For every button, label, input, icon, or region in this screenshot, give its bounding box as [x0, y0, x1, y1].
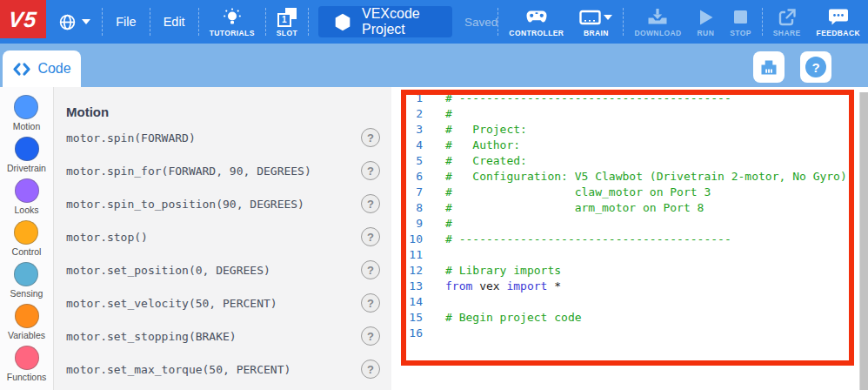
code-line[interactable]: 7# claw_motor on Port 3 — [391, 185, 868, 200]
save-status: Saved — [464, 16, 497, 29]
command-text[interactable]: motor.set_stopping(BRAKE) — [66, 330, 237, 343]
project-name-button[interactable]: VEXcode Project — [318, 6, 452, 37]
device-port-icon — [758, 57, 779, 77]
command-help-button[interactable]: ? — [361, 128, 380, 147]
share-button[interactable]: SHARE — [765, 0, 809, 44]
toolbar-divider — [265, 8, 266, 36]
motion-category-icon — [14, 95, 38, 119]
code-line[interactable]: 6# Configuration: V5 Clawbot (Drivetrain… — [391, 169, 868, 185]
sidebar-item-motion[interactable]: Motion — [13, 95, 41, 131]
command-row: motor.spin_for(FORWARD, 90, DEGREES)? — [54, 154, 391, 187]
code-line[interactable]: 13from vex import * — [391, 279, 868, 294]
blocks-panel: Motion motor.spin(FORWARD)?motor.spin_fo… — [54, 87, 391, 390]
line-number: 14 — [391, 294, 423, 310]
toolbar-divider — [308, 8, 309, 36]
sidebar-item-sensing[interactable]: Sensing — [10, 262, 43, 299]
stop-button[interactable]: STOP — [722, 0, 759, 44]
code-editor[interactable]: 1# -------------------------------------… — [391, 87, 868, 390]
code-text: # — [423, 106, 452, 122]
code-line[interactable]: 2# — [391, 106, 868, 122]
code-text — [423, 247, 445, 263]
code-line[interactable]: 12# Library imports — [391, 263, 868, 279]
sidebar-item-label: Control — [12, 246, 42, 257]
code-line[interactable]: 8# arm_motor on Port 8 — [391, 200, 868, 216]
code-line[interactable]: 15# Begin project code — [391, 310, 868, 326]
blocks-category-header: Motion — [66, 104, 391, 119]
command-text[interactable]: motor.set_max_torque(50, PERCENT) — [66, 363, 290, 376]
code-line[interactable]: 9# — [391, 216, 868, 232]
tutorials-button[interactable]: TUTORIALS — [202, 0, 263, 44]
line-number: 6 — [391, 169, 423, 185]
code-lines: 1# -------------------------------------… — [391, 87, 868, 341]
v5-logo[interactable]: V5 — [0, 0, 46, 38]
code-line[interactable]: 5# Created: — [391, 153, 868, 169]
code-text: # — [423, 216, 452, 232]
run-button[interactable]: RUN — [690, 0, 723, 44]
download-button[interactable]: DOWNLOAD — [626, 0, 689, 44]
brain-button[interactable]: BRAIN — [571, 0, 620, 44]
edit-menu[interactable]: Edit — [153, 0, 196, 44]
stop-icon — [733, 7, 748, 28]
code-line[interactable]: 14 — [391, 294, 868, 310]
command-help-button[interactable]: ? — [361, 161, 380, 180]
toolbar-divider — [198, 8, 199, 36]
feedback-button[interactable]: FEEDBACK — [809, 0, 868, 44]
command-text[interactable]: motor.spin_to_position(90, DEGREES) — [66, 198, 304, 211]
sidebar-item-control[interactable]: Control — [12, 220, 42, 257]
device-manager-button[interactable] — [753, 51, 785, 83]
code-text: # Library imports — [423, 263, 561, 279]
functions-category-icon — [15, 346, 39, 370]
language-menu[interactable] — [46, 0, 99, 44]
controller-button[interactable]: CONTROLLER — [501, 0, 571, 44]
sidebar-item-drivetrain[interactable]: Drivetrain — [7, 137, 46, 173]
lightbulb-icon — [223, 7, 242, 28]
command-help-button[interactable]: ? — [361, 326, 380, 346]
file-menu[interactable]: File — [105, 0, 146, 44]
command-help-button[interactable]: ? — [361, 194, 380, 213]
command-help-button[interactable]: ? — [361, 260, 380, 279]
sidebar-item-label: Motion — [13, 121, 41, 131]
tab-code[interactable]: Code — [3, 50, 81, 87]
code-line[interactable]: 4# Author: — [391, 138, 868, 153]
code-line[interactable]: 3# Project: — [391, 122, 868, 138]
chevron-down-icon — [82, 19, 90, 24]
code-line[interactable]: 16 — [391, 326, 868, 341]
command-help-button[interactable]: ? — [361, 293, 380, 313]
command-help-button[interactable]: ? — [361, 360, 380, 379]
code-text: # --------------------------------------… — [423, 91, 731, 106]
code-line[interactable]: 11 — [391, 247, 868, 263]
code-line[interactable]: 1# -------------------------------------… — [391, 91, 868, 106]
slot-button[interactable]: 1 SLOT — [269, 0, 305, 44]
looks-category-icon — [15, 178, 39, 203]
command-text[interactable]: motor.spin(FORWARD) — [66, 131, 196, 145]
variables-category-icon — [15, 304, 39, 328]
command-text[interactable]: motor.stop() — [66, 231, 148, 244]
controller-icon — [525, 7, 548, 28]
line-number: 1 — [391, 91, 423, 106]
command-text[interactable]: motor.set_velocity(50, PERCENT) — [66, 297, 277, 310]
sidebar-item-variables[interactable]: Variables — [8, 304, 45, 340]
subheader-bar: Code ? — [0, 44, 868, 87]
help-button[interactable]: ? — [800, 51, 831, 83]
code-text — [423, 294, 445, 310]
sidebar-item-label: Sensing — [10, 288, 43, 299]
sidebar-item-looks[interactable]: Looks — [14, 178, 38, 215]
command-help-button[interactable]: ? — [361, 227, 380, 246]
command-row: motor.set_velocity(50, PERCENT)? — [54, 286, 391, 319]
code-line[interactable]: 10# ------------------------------------… — [391, 232, 868, 247]
command-row-partial: ? — [54, 386, 391, 390]
line-number: 15 — [391, 310, 423, 326]
command-row: motor.set_stopping(BRAKE)? — [54, 319, 391, 353]
sidebar-item-functions[interactable]: Functions — [7, 346, 47, 382]
code-text: # claw_motor on Port 3 — [423, 185, 711, 200]
line-number: 10 — [391, 232, 423, 247]
drivetrain-category-icon — [15, 137, 39, 161]
editor-scrollbar[interactable] — [859, 92, 868, 390]
command-text[interactable]: motor.spin_for(FORWARD, 90, DEGREES) — [66, 165, 311, 178]
command-text[interactable]: motor.set_position(0, DEGREES) — [66, 264, 270, 277]
chevron-down-icon — [604, 15, 612, 20]
globe-icon — [58, 13, 77, 31]
sidebar-item-label: Variables — [8, 330, 45, 340]
line-number: 8 — [391, 200, 423, 216]
slot-icon: 1 — [277, 7, 297, 28]
